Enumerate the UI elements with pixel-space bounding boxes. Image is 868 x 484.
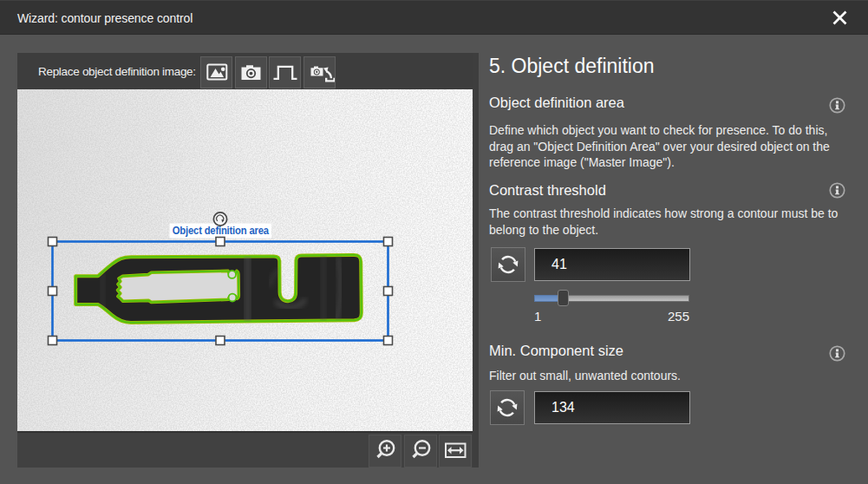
- svg-text:Object definition area: Object definition area: [173, 225, 270, 237]
